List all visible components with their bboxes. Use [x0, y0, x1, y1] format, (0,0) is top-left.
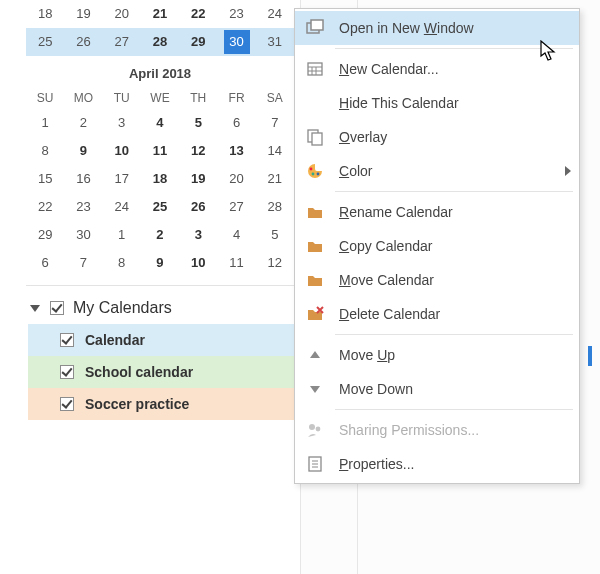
calendar-item[interactable]: Soccer practice: [28, 388, 298, 420]
mini-day[interactable]: 22: [26, 193, 64, 221]
mini-day[interactable]: 8: [26, 137, 64, 165]
menu-item-properties[interactable]: Properties...: [295, 447, 579, 481]
folder-copy-icon: [301, 232, 329, 260]
mini-day[interactable]: 27: [103, 28, 141, 56]
dow-label: WE: [141, 87, 179, 109]
menu-item-copy-calendar[interactable]: Copy Calendar: [295, 229, 579, 263]
mini-day[interactable]: 24: [103, 193, 141, 221]
menu-divider: [335, 48, 573, 49]
dow-label: TH: [179, 87, 217, 109]
mini-day[interactable]: 6: [217, 109, 255, 137]
mini-day[interactable]: 9: [141, 249, 179, 277]
mini-day[interactable]: 3: [103, 109, 141, 137]
mini-day[interactable]: 31: [256, 28, 294, 56]
dow-label: SA: [256, 87, 294, 109]
mini-day[interactable]: 10: [103, 137, 141, 165]
menu-item-overlay[interactable]: Overlay: [295, 120, 579, 154]
mini-day[interactable]: 11: [217, 249, 255, 277]
properties-icon: [301, 450, 329, 478]
calendar-item[interactable]: Calendar: [28, 324, 298, 356]
mini-day[interactable]: 18: [141, 165, 179, 193]
dow-label: SU: [26, 87, 64, 109]
mini-day[interactable]: 21: [256, 165, 294, 193]
menu-item-move-calendar[interactable]: Move Calendar: [295, 263, 579, 297]
mini-day[interactable]: 10: [179, 249, 217, 277]
mini-day[interactable]: 7: [256, 109, 294, 137]
folder-move-icon: [301, 266, 329, 294]
mini-day[interactable]: 17: [103, 165, 141, 193]
calendar-group-header[interactable]: My Calendars: [28, 294, 298, 324]
mini-day[interactable]: 23: [217, 0, 255, 28]
calendar-checkbox[interactable]: [60, 333, 74, 347]
menu-item-move-down[interactable]: Move Down: [295, 372, 579, 406]
overlay-icon: [301, 123, 329, 151]
svg-point-13: [316, 427, 321, 432]
menu-divider: [335, 191, 573, 192]
calendar-item[interactable]: School calendar: [28, 356, 298, 388]
menu-item-label: New Calendar...: [329, 61, 571, 77]
mini-day[interactable]: 19: [179, 165, 217, 193]
mini-day[interactable]: 20: [103, 0, 141, 28]
menu-item-label: Delete Calendar: [329, 306, 571, 322]
menu-item-hide-this-calendar[interactable]: Hide This Calendar: [295, 86, 579, 120]
mini-calendar-march-fragment[interactable]: 1819202122232425262728293031: [26, 0, 294, 56]
mini-day[interactable]: 21: [141, 0, 179, 28]
mini-day[interactable]: 8: [103, 249, 141, 277]
mini-calendar-april[interactable]: April 2018 SUMOTUWETHFRSA 12345678910111…: [26, 56, 294, 277]
mini-day[interactable]: 26: [179, 193, 217, 221]
mini-day[interactable]: 19: [64, 0, 102, 28]
dow-label: FR: [217, 87, 255, 109]
menu-item-new-calendar[interactable]: New Calendar...: [295, 52, 579, 86]
mini-day[interactable]: 27: [217, 193, 255, 221]
mini-day[interactable]: 29: [179, 28, 217, 56]
mini-day[interactable]: 11: [141, 137, 179, 165]
mini-day[interactable]: 6: [26, 249, 64, 277]
menu-item-move-up[interactable]: Move Up: [295, 338, 579, 372]
mini-day[interactable]: 4: [217, 221, 255, 249]
mini-day[interactable]: 28: [256, 193, 294, 221]
mini-day[interactable]: 29: [26, 221, 64, 249]
mini-day[interactable]: 1: [103, 221, 141, 249]
mini-day[interactable]: 30: [217, 28, 255, 56]
menu-item-color[interactable]: Color: [295, 154, 579, 188]
mini-day[interactable]: 4: [141, 109, 179, 137]
mini-day[interactable]: 9: [64, 137, 102, 165]
mini-day[interactable]: 28: [141, 28, 179, 56]
menu-item-rename-calendar[interactable]: Rename Calendar: [295, 195, 579, 229]
mini-day[interactable]: 12: [256, 249, 294, 277]
mini-day[interactable]: 1: [26, 109, 64, 137]
mini-day[interactable]: 13: [217, 137, 255, 165]
mini-day[interactable]: 15: [26, 165, 64, 193]
menu-divider: [335, 334, 573, 335]
mini-day[interactable]: 14: [256, 137, 294, 165]
calendar-checkbox[interactable]: [60, 397, 74, 411]
dow-label: MO: [64, 87, 102, 109]
mini-day[interactable]: 16: [64, 165, 102, 193]
mini-day[interactable]: 12: [179, 137, 217, 165]
mini-day[interactable]: 22: [179, 0, 217, 28]
open-in-new-window-icon: [301, 14, 329, 42]
mini-day[interactable]: 5: [179, 109, 217, 137]
mini-day[interactable]: 18: [26, 0, 64, 28]
mini-day[interactable]: 26: [64, 28, 102, 56]
calendar-checkbox[interactable]: [60, 365, 74, 379]
mini-day[interactable]: 25: [26, 28, 64, 56]
svg-point-10: [312, 173, 315, 176]
mini-day[interactable]: 2: [64, 109, 102, 137]
group-checkbox[interactable]: [50, 301, 64, 315]
dow-label: TU: [103, 87, 141, 109]
mini-day[interactable]: 24: [256, 0, 294, 28]
menu-item-delete-calendar[interactable]: Delete Calendar: [295, 297, 579, 331]
mini-day[interactable]: 2: [141, 221, 179, 249]
menu-item-label: Copy Calendar: [329, 238, 571, 254]
mini-day[interactable]: 3: [179, 221, 217, 249]
mini-day[interactable]: 5: [256, 221, 294, 249]
mini-day[interactable]: 23: [64, 193, 102, 221]
calendar-group: My Calendars CalendarSchool calendarSocc…: [26, 290, 300, 424]
mini-day[interactable]: 30: [64, 221, 102, 249]
mini-day[interactable]: 7: [64, 249, 102, 277]
mini-day[interactable]: 20: [217, 165, 255, 193]
month-title: April 2018: [26, 56, 294, 87]
menu-item-open-in-new-window[interactable]: Open in New Window: [295, 11, 579, 45]
mini-day[interactable]: 25: [141, 193, 179, 221]
